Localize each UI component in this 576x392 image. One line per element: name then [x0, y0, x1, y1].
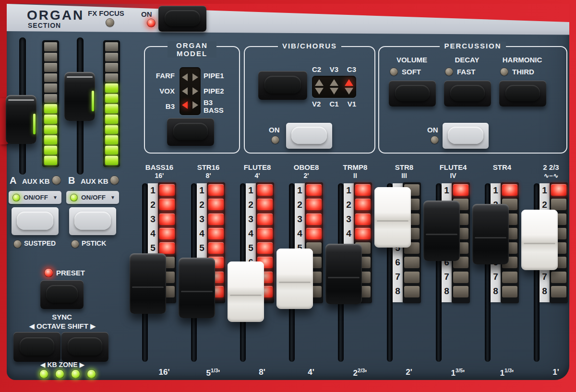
- kb-zone-label: ◀ KB ZONE ▶: [24, 361, 101, 368]
- zone-a-aux-label: AUX KB: [22, 177, 50, 185]
- model-label-vox: VOX: [159, 87, 175, 95]
- drawbar-footage-label-223: 1': [529, 368, 576, 377]
- drawbar-handle-trmp8[interactable]: [325, 244, 362, 304]
- vib-label-v3: V3: [330, 65, 338, 73]
- drawbar-number: 3: [344, 212, 354, 226]
- model-label-b3bass: B3BASS: [204, 99, 224, 114]
- percussion-sub-label: THIRD: [512, 68, 534, 76]
- percussion-on-button[interactable]: [443, 123, 489, 149]
- drawbar-led: [306, 214, 322, 225]
- drawbar-number: 7: [540, 270, 550, 284]
- drawbar-led: [257, 184, 273, 196]
- zone-b-onoff-strip[interactable]: ON/OFF ▼: [66, 191, 119, 204]
- drawbar-footage-label-str16: 51/3': [186, 368, 240, 378]
- vib-led-c1: [330, 88, 338, 95]
- drawbar-footage-label-flute4: 13/5': [431, 368, 485, 378]
- sync-button[interactable]: [40, 280, 84, 309]
- zone-a-button[interactable]: [12, 207, 59, 235]
- level-fader-cap-a[interactable]: [6, 95, 36, 144]
- drawbar-number: 3: [246, 212, 256, 226]
- drawbar-led: [355, 184, 371, 196]
- drawbar-led: [355, 228, 371, 239]
- drawbar-number: 1: [197, 183, 207, 198]
- sustped-led: [13, 240, 22, 248]
- vib-on-led: [271, 136, 279, 144]
- zone-b-button[interactable]: [69, 207, 116, 235]
- vib-on-button[interactable]: [286, 123, 332, 149]
- percussion-button-decay[interactable]: [444, 81, 491, 107]
- meter-segment: [105, 42, 118, 51]
- octave-shift-up-button[interactable]: [61, 332, 108, 362]
- vib-led-c2: [315, 79, 324, 86]
- drawbar-led: [208, 214, 224, 225]
- drawbar-number: 1: [148, 183, 158, 198]
- drawbar-number: 7: [491, 270, 501, 284]
- drawbar-handle-str8[interactable]: [374, 187, 411, 248]
- drawbar-led: [355, 199, 371, 210]
- meter-segment: [105, 156, 118, 165]
- page-title: ORGAN: [27, 8, 84, 23]
- zone-a-onoff-strip[interactable]: ON/OFF ▼: [9, 191, 61, 204]
- meter-segment: [44, 125, 57, 134]
- vib-led-matrix: [312, 76, 356, 98]
- meter-segment: [105, 135, 118, 144]
- drawbar-led: [551, 184, 566, 196]
- zone-b-aux-led: [110, 176, 119, 185]
- drawbar-number: 1: [491, 183, 501, 198]
- drawbar-number: 5: [197, 241, 207, 255]
- vib-label-c3: C3: [347, 65, 356, 73]
- drawbar-label-flute4: FLUTE4IV: [425, 163, 481, 180]
- organ-model-button[interactable]: [167, 118, 214, 146]
- drawbar-led: [257, 242, 273, 254]
- octave-shift-down-button[interactable]: [13, 332, 60, 362]
- model-right-arrow-icon: [192, 87, 198, 95]
- model-label-pipe2: PIPE2: [204, 87, 224, 95]
- drawbar-led: [208, 228, 224, 239]
- vib-led-row-down: [315, 88, 353, 95]
- drawbar-label-str8: STR8III: [376, 163, 432, 180]
- drawbar-number: 8: [540, 284, 550, 298]
- vib-chorus-select-button[interactable]: [258, 71, 307, 100]
- drawbar-number: 4: [148, 226, 158, 241]
- drawbar-led: [551, 272, 566, 283]
- drawbar-label-str16: STR168': [180, 163, 236, 180]
- vib-led-v2: [315, 88, 324, 95]
- percussion-name-volume: VOLUME: [388, 56, 436, 64]
- drawbar-number: 2: [295, 198, 305, 212]
- drawbar-handle-oboe8[interactable]: [276, 249, 313, 309]
- meter-segment: [105, 53, 118, 62]
- percussion-sub-soft: SOFT: [390, 68, 421, 76]
- meter-segment: [105, 146, 118, 155]
- vib-bottom-labels: V2C1V1: [312, 100, 356, 108]
- drawbar-led: [208, 199, 224, 210]
- drawbar-footage-label-flute8: 8': [235, 368, 289, 377]
- section-on-label: ON: [141, 10, 152, 18]
- level-meter-b: [103, 40, 120, 167]
- drawbar-handle-str4[interactable]: [472, 204, 509, 264]
- vib-led-row-up: [315, 79, 353, 86]
- zone-a-onoff-label: ON/OFF: [24, 194, 49, 201]
- drawbar-led: [453, 286, 468, 297]
- drawbar-handle-str16[interactable]: [179, 258, 215, 318]
- drawbar-handle-223[interactable]: [521, 210, 558, 270]
- section-on-button[interactable]: [158, 6, 206, 32]
- drawbar-label-str4: STR4: [474, 163, 530, 180]
- drawbar-footage-label-trmp8: 22/3': [333, 368, 387, 378]
- meter-segment: [105, 63, 118, 72]
- level-fader-cap-b[interactable]: [64, 72, 95, 121]
- meter-segment: [44, 146, 57, 155]
- meter-segment: [44, 115, 57, 124]
- drawbar-number: 8: [393, 284, 403, 298]
- kb-zone-leds: [39, 369, 96, 379]
- drawbar-handle-flute4[interactable]: [423, 201, 460, 261]
- fader-cap-led-b: [92, 91, 94, 111]
- percussion-button-volume[interactable]: [389, 81, 436, 107]
- drawbar-number: 2: [197, 198, 207, 212]
- drawbar-handle-bass16[interactable]: [130, 253, 166, 314]
- percussion-button-harmonic[interactable]: [499, 81, 546, 107]
- drawbar-led: [159, 199, 175, 210]
- drawbar-handle-flute8[interactable]: [228, 261, 264, 322]
- drawbar-led: [404, 272, 420, 283]
- drawbar-footage-label-str8: 2': [382, 368, 436, 377]
- drawbar-led: [306, 199, 322, 210]
